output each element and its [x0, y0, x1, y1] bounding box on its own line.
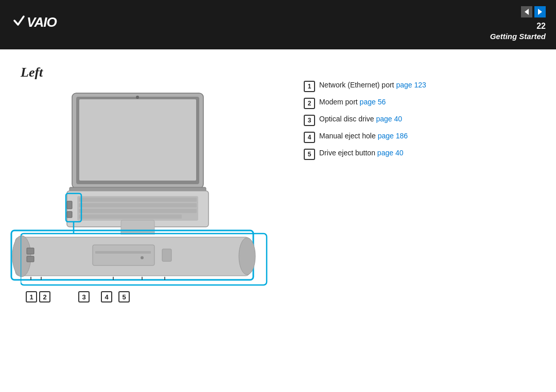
- diagram-area: 1 2 3 4 5: [21, 91, 278, 307]
- right-column: 1Network (Ethernet) port page 1232Modem …: [288, 65, 535, 307]
- feature-text-3: Optical disc drive page 40: [319, 114, 402, 124]
- feature-num-5: 5: [304, 149, 315, 160]
- feature-text-1: Network (Ethernet) port page 123: [319, 80, 426, 91]
- feature-num-1: 1: [304, 81, 315, 92]
- nav-arrows: [521, 6, 546, 17]
- svg-rect-20: [27, 248, 34, 254]
- svg-rect-23: [95, 251, 151, 254]
- feature-num-3: 3: [304, 115, 315, 126]
- laptop-illustration: [41, 91, 237, 235]
- feature-list: 1Network (Ethernet) port page 1232Modem …: [304, 80, 535, 160]
- svg-text:VAIO: VAIO: [27, 14, 57, 30]
- feature-link-5[interactable]: page 40: [377, 149, 404, 157]
- svg-rect-21: [27, 256, 34, 262]
- header: VAIO 22 Getting Started: [0, 0, 556, 49]
- left-column: Left: [21, 65, 288, 307]
- svg-point-25: [141, 256, 144, 259]
- feature-item-2: 2Modem port page 56: [304, 97, 535, 109]
- label-2: 2: [39, 291, 50, 302]
- label-4: 4: [101, 291, 112, 302]
- feature-item-3: 3Optical disc drive page 40: [304, 114, 535, 126]
- svg-rect-11: [79, 203, 197, 207]
- label-1: 1: [26, 291, 37, 302]
- page-heading: Left: [21, 65, 288, 80]
- svg-marker-1: [525, 9, 529, 15]
- feature-text-5: Drive eject button page 40: [319, 148, 403, 158]
- feature-num-4: 4: [304, 132, 315, 143]
- svg-rect-24: [162, 249, 171, 261]
- svg-rect-10: [79, 198, 197, 202]
- feature-num-2: 2: [304, 98, 315, 109]
- number-labels: 1 2 3 4 5: [25, 291, 131, 302]
- section-title: Getting Started: [490, 32, 546, 41]
- logo-area: VAIO: [0, 0, 77, 43]
- svg-point-6: [136, 96, 139, 99]
- feature-link-1[interactable]: page 123: [396, 81, 426, 89]
- feature-item-1: 1Network (Ethernet) port page 123: [304, 80, 535, 92]
- svg-rect-12: [79, 209, 197, 213]
- next-arrow[interactable]: [534, 6, 546, 17]
- svg-rect-5: [79, 99, 196, 181]
- svg-rect-22: [93, 245, 154, 265]
- svg-rect-15: [67, 201, 72, 209]
- feature-item-4: 4Manual eject hole page 186: [304, 131, 535, 143]
- bottom-bar-illustration: [10, 229, 257, 286]
- svg-marker-2: [538, 9, 542, 15]
- vaio-logo: VAIO: [10, 9, 67, 32]
- svg-point-26: [239, 238, 255, 275]
- header-right: 22 Getting Started: [480, 0, 556, 45]
- label-5: 5: [118, 291, 130, 302]
- svg-rect-13: [79, 215, 182, 219]
- feature-item-5: 5Drive eject button page 40: [304, 148, 535, 160]
- feature-link-3[interactable]: page 40: [376, 115, 402, 123]
- feature-text-4: Manual eject hole page 186: [319, 131, 408, 141]
- feature-link-4[interactable]: page 186: [378, 132, 408, 140]
- page-number: 22: [536, 22, 546, 31]
- svg-rect-16: [67, 211, 72, 218]
- feature-link-2[interactable]: page 56: [360, 98, 386, 106]
- feature-text-2: Modem port page 56: [319, 97, 386, 108]
- prev-arrow[interactable]: [521, 6, 532, 17]
- label-3: 3: [78, 291, 90, 302]
- main-content: Left: [0, 49, 556, 317]
